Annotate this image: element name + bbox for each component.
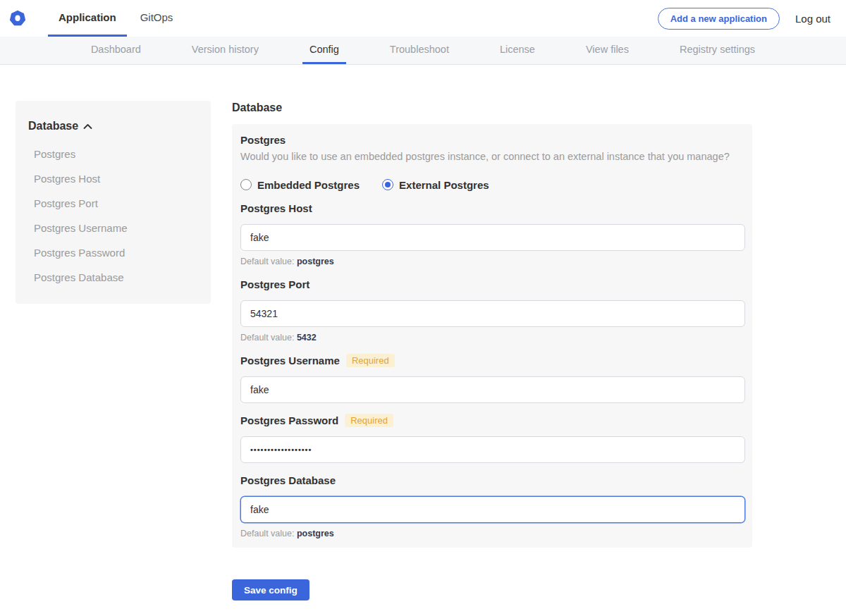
- app-root: Application GitOps Add a new application…: [0, 0, 846, 600]
- config-main: Database Postgres Would you like to use …: [232, 101, 752, 600]
- postgres-port-label: Postgres Port: [240, 278, 309, 290]
- radio-external-postgres[interactable]: External Postgres: [382, 179, 489, 191]
- postgres-username-input[interactable]: [240, 376, 745, 403]
- config-sidebar: Database Postgres Postgres Host Postgres…: [16, 101, 211, 304]
- subnav-tab-version-history[interactable]: Version history: [185, 37, 266, 64]
- subnav-tab-dashboard[interactable]: Dashboard: [84, 37, 148, 64]
- postgres-database-default-hint: Default value: postgres: [240, 529, 744, 539]
- app-subnav: Dashboard Version history Config Trouble…: [0, 37, 846, 65]
- postgres-password-label-row: Postgres Password Required: [240, 414, 744, 426]
- required-badge: Required: [346, 354, 395, 367]
- tab-gitops-label: GitOps: [140, 11, 173, 23]
- default-value-text: postgres: [297, 257, 334, 266]
- radio-unselected-icon: [240, 179, 252, 190]
- subnav-tab-registry-settings[interactable]: Registry settings: [673, 37, 762, 64]
- group-help-text: Would you like to use an embedded postgr…: [240, 150, 744, 163]
- postgres-host-input[interactable]: [240, 224, 745, 251]
- add-application-button[interactable]: Add a new application: [658, 8, 780, 30]
- sidebar-item-postgres[interactable]: Postgres: [28, 142, 198, 166]
- radio-embedded-postgres[interactable]: Embedded Postgres: [240, 179, 360, 191]
- sidebar-item-postgres-host[interactable]: Postgres Host: [28, 166, 198, 191]
- tab-gitops[interactable]: GitOps: [130, 0, 184, 37]
- logout-link[interactable]: Log out: [795, 13, 830, 25]
- default-value-text: postgres: [297, 529, 334, 538]
- top-right-actions: Add a new application Log out: [658, 0, 846, 37]
- default-value-text: 5432: [297, 333, 317, 343]
- top-navbar: Application GitOps Add a new application…: [0, 0, 846, 37]
- sidebar-group-database[interactable]: Database: [28, 120, 198, 133]
- subnav-tab-view-files[interactable]: View files: [579, 37, 636, 64]
- radio-external-postgres-label: External Postgres: [399, 179, 489, 191]
- radio-selected-icon: [382, 179, 393, 190]
- sidebar-item-postgres-password[interactable]: Postgres Password: [28, 240, 198, 265]
- postgres-host-default-hint: Default value: postgres: [240, 257, 744, 267]
- postgres-database-label-row: Postgres Database: [240, 474, 744, 486]
- group-label-postgres: Postgres: [240, 134, 744, 147]
- page-title: Database: [232, 101, 752, 114]
- default-value-label: Default value:: [240, 257, 294, 266]
- postgres-host-label: Postgres Host: [240, 202, 312, 214]
- app-logo-icon[interactable]: [7, 0, 28, 37]
- sidebar-item-postgres-port[interactable]: Postgres Port: [28, 191, 198, 216]
- postgres-password-input[interactable]: [240, 436, 745, 463]
- subnav-tab-config[interactable]: Config: [302, 37, 346, 64]
- top-tabs: Application GitOps: [48, 0, 186, 37]
- content-area: Database Postgres Postgres Host Postgres…: [0, 101, 846, 600]
- sidebar-item-postgres-database[interactable]: Postgres Database: [28, 265, 198, 290]
- postgres-database-input[interactable]: [240, 496, 745, 523]
- save-config-button[interactable]: Save config: [232, 579, 309, 600]
- sidebar-group-label: Database: [28, 120, 78, 133]
- postgres-password-label: Postgres Password: [240, 414, 338, 426]
- subnav-tab-license[interactable]: License: [493, 37, 542, 64]
- postgres-username-label: Postgres Username: [240, 355, 340, 366]
- radio-embedded-postgres-label: Embedded Postgres: [257, 179, 360, 191]
- postgres-port-input[interactable]: [240, 300, 745, 327]
- postgres-host-label-row: Postgres Host: [240, 202, 744, 214]
- postgres-username-label-row: Postgres Username Required: [240, 354, 744, 366]
- postgres-database-label: Postgres Database: [240, 474, 336, 486]
- postgres-port-default-hint: Default value: 5432: [240, 333, 744, 343]
- subnav-tab-troubleshoot[interactable]: Troubleshoot: [383, 37, 456, 64]
- tab-application-label: Application: [59, 11, 116, 23]
- postgres-port-label-row: Postgres Port: [240, 278, 744, 290]
- required-badge: Required: [345, 414, 393, 427]
- config-group-panel: Postgres Would you like to use an embedd…: [232, 124, 752, 548]
- sidebar-item-postgres-username[interactable]: Postgres Username: [28, 216, 198, 240]
- default-value-label: Default value:: [240, 333, 294, 343]
- default-value-label: Default value:: [240, 529, 294, 538]
- postgres-type-radio-group: Embedded Postgres External Postgres: [240, 178, 744, 191]
- tab-application[interactable]: Application: [48, 0, 127, 37]
- chevron-up-icon: [83, 123, 92, 130]
